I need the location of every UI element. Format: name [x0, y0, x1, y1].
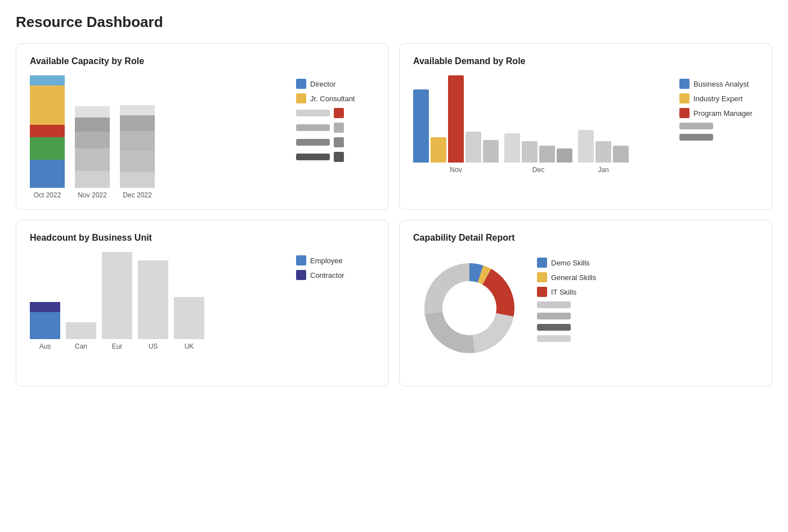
legend-label: Program Manager [693, 109, 753, 118]
legend-item: Contractor [296, 270, 375, 280]
dashboard-grid: Available Capacity by Role Oct 2022Nov 2… [16, 43, 772, 386]
demand-bar [539, 146, 555, 163]
legend-item: Jr. Consultant [296, 93, 375, 103]
legend-swatch-blurred [537, 335, 571, 342]
legend-color-swatch [537, 258, 547, 268]
demand-chart-area: NovDecJan Business AnalystIndustry Exper… [413, 75, 758, 174]
legend-item [296, 123, 375, 133]
capacity-title: Available Capacity by Role [30, 56, 375, 66]
bar-segment [30, 85, 65, 125]
demand-bar [596, 141, 611, 163]
legend-item [537, 335, 596, 342]
bar-segment [174, 297, 204, 339]
legend-color-swatch [296, 79, 306, 89]
bar-label: Dec 2022 [123, 191, 151, 199]
legend-label: IT Skills [551, 288, 576, 296]
demand-bar [504, 133, 520, 163]
bar-label: Dec [532, 166, 544, 174]
donut-segment [482, 269, 514, 317]
bar-segment [75, 106, 110, 118]
legend-item [537, 313, 596, 319]
legend-swatch-blurred [296, 124, 330, 131]
bar-segment [75, 171, 110, 188]
demand-bar [557, 148, 572, 163]
legend-color-swatch [296, 93, 306, 103]
capacity-card: Available Capacity by Role Oct 2022Nov 2… [16, 43, 389, 210]
legend-item: Program Manager [679, 108, 758, 118]
demand-bar [431, 137, 446, 163]
legend-label: Employee [310, 256, 343, 265]
demand-group: Jan [578, 130, 629, 174]
legend-item: General Skills [537, 272, 596, 282]
bar-segment [75, 132, 110, 148]
legend-item [679, 123, 758, 129]
legend-label: Director [310, 80, 336, 88]
bar-segment [120, 131, 155, 151]
headcount-title: Headcount by Business Unit [30, 233, 375, 243]
legend-item: Employee [296, 255, 375, 265]
bar-segment [138, 260, 168, 339]
legend-swatch-blurred [296, 110, 330, 116]
legend-label: General Skills [551, 273, 596, 282]
legend-label: Demo Skills [551, 259, 590, 267]
bar-label: Nov 2022 [78, 191, 106, 199]
bar-group: Can [66, 322, 96, 350]
bar-segment [120, 151, 155, 172]
bar-group: Oct 2022 [30, 75, 65, 199]
demand-card: Available Demand by Role NovDecJan Busin… [399, 43, 772, 210]
headcount-legend: EmployeeContractor [296, 252, 375, 280]
legend-color-swatch [296, 255, 306, 265]
capability-donut [413, 252, 526, 364]
capacity-bars: Oct 2022Nov 2022Dec 2022 [30, 75, 286, 199]
demand-bars: NovDecJan [413, 75, 669, 174]
legend-label: Contractor [310, 271, 344, 279]
legend-color-swatch [296, 270, 306, 280]
bar-group: Eur [102, 252, 132, 350]
bar-segment [75, 148, 110, 171]
legend-item: Director [296, 79, 375, 89]
legend-swatch-blurred [679, 134, 713, 141]
bar-label: Oct 2022 [34, 191, 61, 199]
bar-label: UK [185, 342, 194, 350]
legend-item: Business Analyst [679, 79, 758, 89]
legend-color-swatch [334, 152, 344, 162]
bar-group: UK [174, 297, 204, 350]
demand-bar [413, 89, 429, 163]
legend-swatch-blurred [537, 313, 571, 319]
bar-label: Aus [39, 342, 51, 350]
bar-segment [30, 160, 65, 188]
bar-segment [102, 252, 132, 339]
bar-segment [120, 105, 155, 115]
bar-segment [30, 302, 60, 312]
bar-label: US [149, 342, 158, 350]
demand-bars-row [504, 133, 572, 163]
legend-color-swatch [334, 137, 344, 147]
demand-bar [522, 141, 538, 163]
legend-item [537, 324, 596, 331]
legend-swatch-blurred [296, 154, 330, 160]
demand-bars-row [578, 130, 629, 163]
demand-bar [465, 132, 481, 163]
donut-segment [424, 263, 469, 314]
bar-segment [30, 137, 65, 160]
bar-label: Jan [598, 166, 608, 174]
demand-bar [483, 140, 499, 163]
legend-item [537, 301, 596, 308]
legend-label: Jr. Consultant [310, 94, 355, 103]
legend-label: Industry Expert [693, 94, 742, 103]
capability-content: Demo SkillsGeneral SkillsIT Skills [413, 252, 758, 364]
demand-group: Nov [413, 75, 499, 174]
donut-segment [473, 313, 514, 353]
legend-color-swatch [679, 108, 690, 118]
demand-bar [578, 130, 594, 163]
headcount-chart-area: AusCanEurUSUK EmployeeContractor [30, 252, 375, 350]
legend-item [679, 134, 758, 141]
bar-segment [120, 115, 155, 131]
demand-title: Available Demand by Role [413, 56, 758, 66]
capability-legend: Demo SkillsGeneral SkillsIT Skills [537, 252, 596, 364]
bar-segment [30, 75, 65, 85]
capacity-legend: DirectorJr. Consultant [296, 75, 375, 162]
bar-group: Dec 2022 [120, 105, 155, 199]
legend-color-swatch [679, 79, 690, 89]
headcount-card: Headcount by Business Unit AusCanEurUSUK… [16, 220, 389, 386]
